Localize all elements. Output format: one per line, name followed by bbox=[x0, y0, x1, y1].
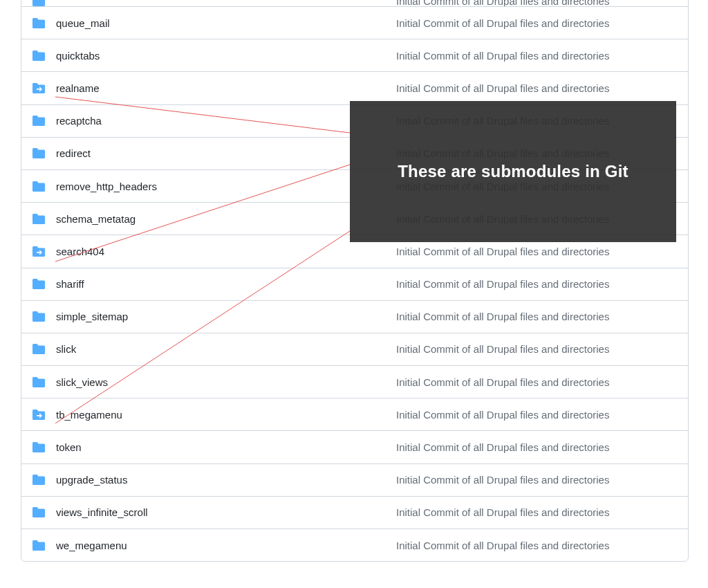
commit-message-link[interactable]: Initial Commit of all Drupal files and d… bbox=[396, 343, 609, 355]
table-row: slickInitial Commit of all Drupal files … bbox=[21, 333, 688, 365]
folder-icon bbox=[32, 18, 45, 28]
commit-message-link[interactable]: Initial Commit of all Drupal files and d… bbox=[396, 376, 609, 388]
file-name-link[interactable]: search404 bbox=[56, 246, 396, 257]
table-row: upgrade_statusInitial Commit of all Drup… bbox=[21, 463, 688, 496]
folder-icon bbox=[32, 50, 45, 61]
table-row: tokenInitial Commit of all Drupal files … bbox=[21, 430, 688, 463]
file-name-link[interactable]: upgrade_status bbox=[56, 474, 396, 486]
folder-icon bbox=[32, 442, 45, 452]
table-row: realnameInitial Commit of all Drupal fil… bbox=[21, 71, 688, 104]
folder-icon bbox=[32, 507, 45, 517]
folder-icon bbox=[32, 116, 45, 126]
annotation-text: These are submodules in Git bbox=[398, 162, 628, 181]
commit-message-link[interactable]: Initial Commit of all Drupal files and d… bbox=[396, 0, 609, 6]
commit-message-link[interactable]: Initial Commit of all Drupal files and d… bbox=[396, 409, 609, 421]
file-name-link[interactable]: remove_http_headers bbox=[56, 181, 396, 192]
folder-icon bbox=[32, 540, 45, 551]
folder-icon bbox=[32, 279, 45, 289]
folder-icon bbox=[32, 344, 45, 354]
commit-message-link[interactable]: Initial Commit of all Drupal files and d… bbox=[396, 82, 609, 94]
file-name-link[interactable]: tb_megamenu bbox=[56, 409, 396, 421]
file-name-link[interactable]: realname bbox=[56, 82, 396, 94]
table-row: Initial Commit of all Drupal files and d… bbox=[21, 0, 688, 6]
submodule-icon bbox=[32, 246, 45, 257]
submodule-icon bbox=[32, 410, 45, 420]
table-row: slick_viewsInitial Commit of all Drupal … bbox=[21, 365, 688, 398]
folder-icon bbox=[32, 0, 45, 6]
commit-message-link[interactable]: Initial Commit of all Drupal files and d… bbox=[396, 278, 609, 290]
file-name-link[interactable]: redirect bbox=[56, 147, 396, 159]
file-list: Initial Commit of all Drupal files and d… bbox=[21, 0, 689, 562]
commit-message-link[interactable]: Initial Commit of all Drupal files and d… bbox=[396, 311, 609, 322]
file-name-link[interactable]: quicktabs bbox=[56, 50, 396, 62]
commit-message-link[interactable]: Initial Commit of all Drupal files and d… bbox=[396, 506, 609, 518]
table-row: queue_mailInitial Commit of all Drupal f… bbox=[21, 6, 688, 39]
folder-icon bbox=[32, 148, 45, 158]
table-row: quicktabsInitial Commit of all Drupal fi… bbox=[21, 39, 688, 71]
commit-message-link[interactable]: Initial Commit of all Drupal files and d… bbox=[396, 17, 609, 29]
file-name-link[interactable]: views_infinite_scroll bbox=[56, 506, 396, 518]
table-row: views_infinite_scrollInitial Commit of a… bbox=[21, 496, 688, 529]
commit-message-link[interactable]: Initial Commit of all Drupal files and d… bbox=[396, 246, 609, 257]
file-name-link[interactable]: queue_mail bbox=[56, 17, 396, 29]
file-name-link[interactable]: simple_sitemap bbox=[56, 311, 396, 322]
folder-icon bbox=[32, 377, 45, 387]
folder-icon bbox=[32, 181, 45, 192]
commit-message-link[interactable]: Initial Commit of all Drupal files and d… bbox=[396, 474, 609, 486]
commit-message-link[interactable]: Initial Commit of all Drupal files and d… bbox=[396, 540, 609, 551]
table-row: tb_megamenuInitial Commit of all Drupal … bbox=[21, 398, 688, 430]
table-row: simple_sitemapInitial Commit of all Drup… bbox=[21, 300, 688, 333]
table-row: we_megamenuInitial Commit of all Drupal … bbox=[21, 529, 688, 561]
folder-icon bbox=[32, 475, 45, 485]
file-name-link[interactable]: slick_views bbox=[56, 376, 396, 388]
file-name-link[interactable]: recaptcha bbox=[56, 115, 396, 127]
file-name-link[interactable]: we_megamenu bbox=[56, 540, 396, 551]
submodule-icon bbox=[32, 83, 45, 93]
annotation-callout: These are submodules in Git bbox=[350, 101, 676, 242]
folder-icon bbox=[32, 311, 45, 322]
commit-message-link[interactable]: Initial Commit of all Drupal files and d… bbox=[396, 50, 609, 62]
folder-icon bbox=[32, 214, 45, 224]
file-name-link[interactable]: schema_metatag bbox=[56, 213, 396, 225]
table-row: shariffInitial Commit of all Drupal file… bbox=[21, 268, 688, 300]
file-name-link[interactable]: token bbox=[56, 441, 396, 453]
commit-message-link[interactable]: Initial Commit of all Drupal files and d… bbox=[396, 441, 609, 453]
file-name-link[interactable]: slick bbox=[56, 343, 396, 355]
file-name-link[interactable]: shariff bbox=[56, 278, 396, 290]
